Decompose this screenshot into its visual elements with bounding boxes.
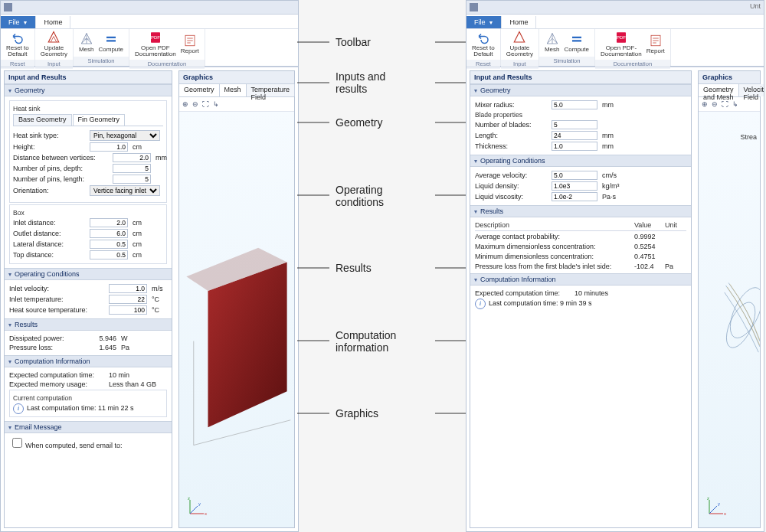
app-right: Unt File▼ Home Reset to Default Reset Up… <box>466 0 764 532</box>
table-row: Minimum dimensionless concentration:0.47… <box>475 251 686 261</box>
height-input[interactable] <box>90 142 128 152</box>
svg-line-22 <box>709 506 717 514</box>
table-row: Average contact probability:0.9992 <box>475 231 686 242</box>
result-value: 5.946 <box>86 335 116 342</box>
app-icon <box>4 3 12 11</box>
heat-sink-type-select[interactable]: Pin, hexagonal <box>90 130 160 141</box>
field-label: Liquid density: <box>475 182 552 190</box>
inlet-distance-input[interactable] <box>90 218 128 227</box>
orientation-select[interactable]: Vertice facing inlet <box>90 185 160 196</box>
field-label: Length: <box>475 132 552 139</box>
field-label: Pressure loss: <box>9 344 86 351</box>
heat-source-temp-input[interactable] <box>109 305 147 315</box>
quick-access-toolbar: Unt <box>466 1 764 15</box>
home-tab[interactable]: Home <box>502 16 536 28</box>
section-geometry[interactable]: ▾Geometry <box>470 84 691 96</box>
unit-label: cm <box>133 240 142 248</box>
compute-button[interactable]: Compute <box>564 32 588 53</box>
report-button[interactable]: Report <box>181 34 199 54</box>
section-operating-conditions[interactable]: ▾Operating Conditions <box>470 155 691 167</box>
field-label: Number of pins, length: <box>13 175 113 183</box>
file-tab[interactable]: File▼ <box>466 16 502 28</box>
open-pdf-button[interactable]: PDF Open PDF Documentation <box>135 31 176 58</box>
tab-velocity-field[interactable]: Velocity Field <box>739 84 764 96</box>
field-label: Average velocity: <box>475 171 552 179</box>
field-label: Inlet temperature: <box>9 295 109 303</box>
ribbon-tabs: File▼ Home <box>466 15 764 29</box>
tab-fin-geometry[interactable]: Fin Geometry <box>73 114 126 126</box>
zoom-extents-icon[interactable]: ⛶ <box>202 100 209 108</box>
result-value: 1.645 <box>86 344 116 351</box>
inlet-velocity-input[interactable] <box>109 284 147 293</box>
compute-button[interactable]: Compute <box>98 32 123 53</box>
section-operating-conditions[interactable]: ▾Operating Conditions <box>5 268 172 280</box>
zoom-out-icon[interactable]: ⊖ <box>712 100 718 108</box>
avg-velocity-input[interactable] <box>552 171 597 180</box>
annotation-label: Operating conditions <box>336 184 384 208</box>
axis-icon[interactable]: ↳ <box>732 100 738 108</box>
home-tab[interactable]: Home <box>36 16 70 28</box>
field-label: Height: <box>13 143 90 151</box>
section-results[interactable]: ▾Results <box>5 318 172 331</box>
unit-label: W <box>121 335 128 342</box>
annotation-label: Geometry <box>336 116 382 129</box>
vertex-distance-input[interactable] <box>113 153 151 162</box>
section-results[interactable]: ▾Results <box>470 205 691 217</box>
file-tab[interactable]: File▼ <box>1 16 36 28</box>
zoom-out-icon[interactable]: ⊖ <box>192 100 198 108</box>
graphics-panel: Graphics Geometry and Mesh Velocity Fiel… <box>698 70 761 528</box>
tab-temperature-field[interactable]: Temperature Field <box>247 84 296 96</box>
field-label: Inlet velocity: <box>9 285 109 292</box>
length-input[interactable] <box>552 131 597 140</box>
pins-depth-input[interactable] <box>113 164 151 173</box>
graphics-canvas[interactable]: Strea x z <box>699 112 760 527</box>
section-computation-info[interactable]: ▾Computation Information <box>5 355 172 367</box>
section-geometry[interactable]: ▾Geometry <box>5 84 172 96</box>
reset-to-default-button[interactable]: Reset to Default <box>6 31 29 58</box>
report-button[interactable]: Report <box>647 34 665 54</box>
svg-text:x: x <box>205 511 207 516</box>
col-header: Description <box>475 220 634 231</box>
section-email[interactable]: ▾Email Message <box>5 421 172 433</box>
ribbon-group-documentation: PDF Open PDF Documentation Report Docume… <box>129 29 205 66</box>
num-blades-input[interactable] <box>552 120 597 129</box>
info-icon: i <box>475 299 486 309</box>
field-label: Mixer radius: <box>475 101 552 109</box>
inlet-temperature-input[interactable] <box>109 295 147 304</box>
liquid-density-input[interactable] <box>552 181 597 191</box>
zoom-in-icon[interactable]: ⊕ <box>182 100 188 108</box>
section-computation-info[interactable]: ▾Computation Information <box>470 273 691 286</box>
update-geometry-button[interactable]: Update Geometry <box>506 31 533 58</box>
liquid-viscosity-input[interactable] <box>552 192 597 201</box>
panel-title: Graphics <box>179 71 294 84</box>
open-pdf-button[interactable]: PDFOpen PDF- Documentation <box>601 31 642 58</box>
info-icon: i <box>13 403 24 414</box>
app-icon <box>470 3 478 11</box>
tab-mesh[interactable]: Mesh <box>220 84 247 96</box>
axis-icon[interactable]: ↳ <box>213 100 219 108</box>
outlet-distance-input[interactable] <box>90 229 128 238</box>
thickness-input[interactable] <box>552 142 597 151</box>
tab-geometry-and-mesh[interactable]: Geometry and Mesh <box>699 84 739 96</box>
send-email-checkbox[interactable] <box>12 438 22 448</box>
reset-to-default-button[interactable]: Reset to Default <box>472 31 495 58</box>
lateral-distance-input[interactable] <box>90 240 128 249</box>
mesh-button[interactable]: Mesh <box>79 32 94 53</box>
graphics-canvas[interactable]: x z y <box>179 112 294 527</box>
tab-base-geometry[interactable]: Base Geometry <box>13 114 72 126</box>
unit-label: Pa·s <box>602 193 616 201</box>
zoom-in-icon[interactable]: ⊕ <box>702 100 708 108</box>
mesh-icon <box>545 32 559 46</box>
mixer-radius-input[interactable] <box>552 100 597 109</box>
update-geometry-button[interactable]: Update Geometry <box>41 31 67 58</box>
pins-length-input[interactable] <box>113 175 151 184</box>
top-distance-input[interactable] <box>90 250 128 259</box>
zoom-extents-icon[interactable]: ⛶ <box>722 100 728 108</box>
input-and-results-panel: Input and Results ▾Geometry Mixer radius… <box>470 70 692 528</box>
tab-geometry[interactable]: Geometry <box>179 84 220 96</box>
field-label: Expected computation time: <box>475 289 574 297</box>
field-label: Outlet distance: <box>13 230 90 237</box>
panel-title: Input and Results <box>470 71 691 84</box>
ribbon: Reset to Default Reset Update Geometry I… <box>1 29 298 67</box>
mesh-button[interactable]: Mesh <box>545 32 560 53</box>
